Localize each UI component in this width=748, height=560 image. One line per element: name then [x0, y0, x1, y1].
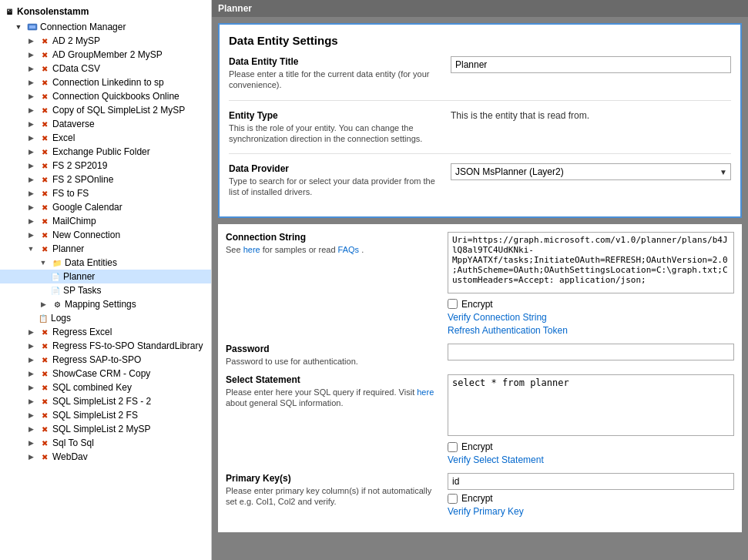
connection-string-desc: See here for samples or read FAQs . [226, 244, 441, 255]
sidebar-item-regress-fs[interactable]: ▶ ✖ Regress FS-to-SPO StandardLibrary [0, 339, 211, 353]
sidebar-item-label: AD GroupMember 2 MySP [52, 49, 163, 60]
sidebar-item-data-entities[interactable]: ▼ 📁 Data Entities [0, 256, 211, 270]
verify-select-link[interactable]: Verify Select Statement [448, 454, 544, 465]
connection-string-desc-suffix: for samples or read [263, 245, 338, 254]
sidebar-item-label: WebDav [52, 451, 88, 462]
sidebar-item-label: SP Tasks [63, 285, 102, 296]
sidebar-item-showcase[interactable]: ▶ ✖ ShowCase CRM - Copy [0, 367, 211, 381]
sidebar-item-planner-entity[interactable]: 📄 Planner [0, 270, 211, 283]
expand-icon: ▶ [25, 409, 37, 421]
sidebar-item-logs[interactable]: 📋 Logs [0, 311, 211, 325]
primary-keys-section: Primary Key(s) Please enter primary key … [226, 473, 734, 517]
sidebar-item-label: Regress SAP-to-SPO [52, 354, 141, 365]
select-statement-label-col: Select Statement Please enter here your … [226, 374, 441, 465]
sidebar-item-label: Dataverse [52, 119, 95, 129]
expand-icon: ▶ [25, 451, 37, 463]
expand-icon: ▶ [25, 340, 37, 352]
connection-string-faq-link[interactable]: FAQs [338, 245, 360, 254]
sidebar-item-regress-sap[interactable]: ▶ ✖ Regress SAP-to-SPO [0, 353, 211, 367]
folder-icon: 📁 [51, 257, 63, 269]
db-icon: ✖ [39, 381, 51, 394]
expand-icon: ▶ [25, 367, 37, 380]
refresh-token-row: Refresh Authentication Token [448, 325, 734, 336]
sidebar-item-sqlsimple2[interactable]: ▶ ✖ SQL SimpleList 2 FS - 2 [0, 394, 211, 408]
sidebar-item-linkedin[interactable]: ▶ ✖ Connection Linkedinn to sp [0, 75, 211, 89]
sidebar-item-cdatacsv[interactable]: ▶ ✖ CData CSV [0, 62, 211, 75]
lower-card: Connection String See here for samples o… [218, 224, 742, 532]
db-icon: ✖ [39, 62, 51, 75]
password-input[interactable] [448, 344, 734, 360]
sidebar-item-mapping[interactable]: ▶ ⚙ Mapping Settings [0, 297, 211, 311]
connection-string-label-col: Connection String See here for samples o… [226, 232, 441, 336]
sidebar-item-sqlsimplefs[interactable]: ▶ ✖ SQL SimpleList 2 FS [0, 408, 211, 422]
connection-string-desc-prefix: See [226, 245, 243, 254]
sidebar-item-fs2sponline[interactable]: ▶ ✖ FS 2 SPOnline [0, 173, 211, 186]
select-statement-textarea[interactable]: select * from planner [448, 374, 734, 436]
sidebar-item-label: Sql To Sql [52, 438, 94, 448]
sidebar-item-newconnection[interactable]: ▶ ✖ New Connection [0, 228, 211, 242]
db-icon: ✖ [39, 409, 51, 421]
expand-icon: ▶ [25, 215, 37, 227]
sidebar-item-googlecalendar[interactable]: ▶ ✖ Google Calendar [0, 200, 211, 214]
sidebar-item-copysql[interactable]: ▶ ✖ Copy of SQL SimpleList 2 MySP [0, 103, 211, 117]
connection-string-encrypt-checkbox[interactable] [448, 299, 458, 309]
sidebar-item-label: Exchange Public Folder [52, 146, 150, 157]
sidebar-item-fstofs[interactable]: ▶ ✖ FS to FS [0, 186, 211, 200]
sidebar-item-label: Regress Excel [52, 327, 112, 337]
data-entity-title-input[interactable] [451, 56, 731, 73]
sidebar-item-label: SQL SimpleList 2 FS [52, 410, 138, 421]
sidebar-item-regress-excel[interactable]: ▶ ✖ Regress Excel [0, 325, 211, 339]
verify-connection-link[interactable]: Verify Connection String [448, 312, 547, 323]
sidebar-item-sqltosql[interactable]: ▶ ✖ Sql To Sql [0, 436, 211, 450]
data-provider-select[interactable]: JSON MsPlanner (Layer2) [451, 163, 731, 180]
refresh-token-link[interactable]: Refresh Authentication Token [448, 325, 568, 336]
sidebar-item-label: Logs [51, 313, 71, 324]
sidebar-item-sqlsimplemysp[interactable]: ▶ ✖ SQL SimpleList 2 MySP [0, 422, 211, 436]
connection-string-textarea-wrapper: Uri=https://graph.microsoft.com/v1.0/pla… [448, 232, 734, 296]
entity-icon: 📄 [49, 284, 62, 297]
expand-icon: ▶ [25, 104, 37, 116]
sidebar-item-connection-manager[interactable]: ▼ Connection Manager [0, 20, 211, 34]
sidebar-item-label: Planner [52, 243, 84, 254]
expand-icon: ▶ [25, 381, 37, 394]
sidebar-item-mailchimp[interactable]: ▶ ✖ MailChimp [0, 214, 211, 228]
connection-manager-icon [26, 21, 39, 33]
sidebar-item-planner[interactable]: ▼ ✖ Planner [0, 242, 211, 256]
connection-string-encrypt-row: Encrypt [448, 299, 734, 310]
sidebar-item-label: Connection Linkedinn to sp [52, 77, 164, 88]
sidebar-item-exchange[interactable]: ▶ ✖ Exchange Public Folder [0, 145, 211, 159]
expand-icon: ▶ [25, 437, 37, 449]
connection-string-here-link[interactable]: here [243, 245, 260, 254]
primary-keys-encrypt-checkbox[interactable] [448, 494, 458, 504]
monitor-icon: 🖥 [3, 5, 15, 18]
sidebar-item-ad2mysp[interactable]: ▶ ✖ AD 2 MySP [0, 34, 211, 48]
db-icon: ✖ [39, 243, 51, 255]
password-label-col: Password Password to use for authenticat… [226, 344, 441, 367]
select-statement-desc-suffix: about general SQL information. [226, 398, 343, 407]
db-icon: ✖ [39, 395, 51, 407]
sidebar-item-label: FS 2 SP2019 [52, 160, 107, 171]
sidebar-item-dataverse[interactable]: ▶ ✖ Dataverse [0, 117, 211, 131]
sidebar-item-quickbooks[interactable]: ▶ ✖ Connection Quickbooks Online [0, 89, 211, 103]
data-entity-title-input-col [451, 56, 731, 91]
data-entity-title-label: Data Entity Title [229, 56, 444, 67]
sidebar-item-sqlcombined[interactable]: ▶ ✖ SQL combined Key [0, 381, 211, 394]
expand-icon: ▶ [25, 159, 37, 172]
select-statement-desc: Please enter here your SQL query if requ… [226, 387, 441, 409]
verify-primary-key-link[interactable]: Verify Primary Key [448, 506, 524, 517]
entity-type-label-col: Entity Type This is the role of your ent… [229, 110, 444, 145]
sidebar-item-excel[interactable]: ▶ ✖ Excel [0, 131, 211, 145]
data-provider-input-col: JSON MsPlanner (Layer2) ▼ [451, 163, 731, 198]
db-icon: ✖ [39, 104, 51, 116]
connection-string-textarea[interactable]: Uri=https://graph.microsoft.com/v1.0/pla… [448, 232, 734, 293]
sidebar-item-webdav[interactable]: ▶ ✖ WebDav [0, 450, 211, 464]
sidebar-item-sptasks[interactable]: 📄 SP Tasks [0, 283, 211, 297]
db-icon: ✖ [39, 229, 51, 241]
sidebar-item-fs2sp2019[interactable]: ▶ ✖ FS 2 SP2019 [0, 159, 211, 173]
select-statement-here-link[interactable]: here [417, 387, 434, 397]
data-provider-dropdown-wrapper: JSON MsPlanner (Layer2) ▼ [451, 163, 731, 180]
password-input-col [448, 344, 734, 367]
select-encrypt-checkbox[interactable] [448, 442, 458, 452]
primary-keys-input[interactable] [448, 473, 734, 490]
sidebar-item-adgroupmember[interactable]: ▶ ✖ AD GroupMember 2 MySP [0, 48, 211, 62]
